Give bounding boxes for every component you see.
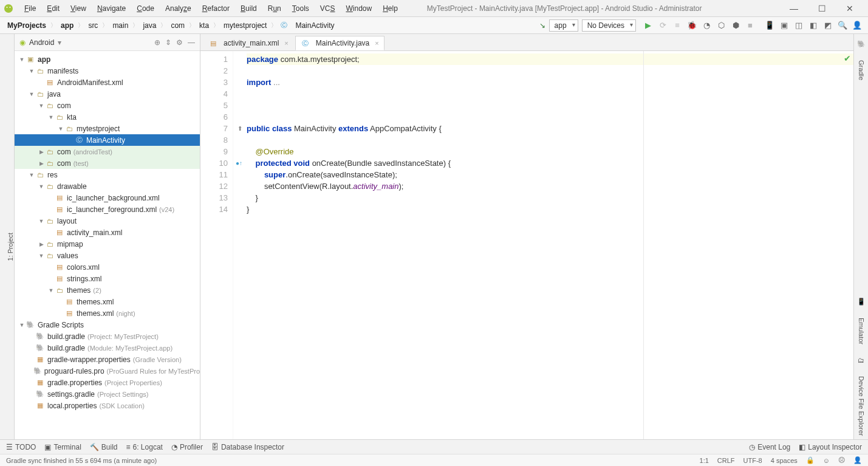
close-icon[interactable]: ×: [284, 39, 288, 47]
tree-themes-folder[interactable]: ▼🗀themes(2): [15, 284, 200, 296]
code-editor[interactable]: ✔ 123 456 789 101112 1314 ⬆ ●↑ package c…: [200, 51, 853, 454]
tree-layout[interactable]: ▼🗀layout: [15, 215, 200, 227]
dropdown-icon[interactable]: ▾: [58, 38, 61, 47]
status-man-icon[interactable]: 👤: [853, 456, 862, 464]
tree-local-props[interactable]: ▦local.properties(SDK Location): [15, 400, 200, 411]
tree-com-androidtest[interactable]: ▶🗀com(androidTest): [15, 146, 200, 157]
crumb[interactable]: main: [110, 20, 131, 31]
crumb[interactable]: java: [140, 20, 159, 31]
inspection-ok-icon[interactable]: ✔: [844, 53, 851, 63]
debug-button[interactable]: 🐞: [686, 19, 698, 32]
close-button[interactable]: ✕: [841, 4, 858, 13]
coverage-button[interactable]: ⬡: [715, 19, 727, 32]
menu-window[interactable]: Window: [341, 2, 377, 15]
bottom-terminal[interactable]: ▣ Terminal: [44, 443, 81, 451]
apply-changes-icon[interactable]: ⟳: [657, 19, 669, 32]
tab-activity-main[interactable]: ▤activity_main.xml×: [203, 36, 294, 50]
menu-view[interactable]: View: [66, 2, 91, 15]
tree-values[interactable]: ▼🗀values: [15, 250, 200, 261]
bottom-logcat[interactable]: ≡ 6: Logcat: [126, 443, 163, 451]
crumb[interactable]: kta: [197, 20, 211, 31]
layout-inspector-icon[interactable]: ◧: [807, 19, 819, 32]
run-config-device[interactable]: No Devices: [582, 19, 636, 32]
tree-gradle-wrapper[interactable]: ▦gradle-wrapper.properties(Gradle Versio…: [15, 354, 200, 365]
target-icon[interactable]: ⊕: [154, 38, 160, 47]
tree-res[interactable]: ▼🗀res: [15, 169, 200, 180]
tree-kta[interactable]: ▼🗀kta: [15, 111, 200, 123]
tree-mipmap[interactable]: ▶🗀mipmap: [15, 238, 200, 250]
status-encoding[interactable]: UTF-8: [743, 457, 762, 464]
status-line-separator[interactable]: CRLF: [717, 457, 735, 464]
attach-debugger-icon[interactable]: ⬢: [730, 19, 742, 32]
collapse-icon[interactable]: ⇕: [165, 38, 171, 47]
bottom-profiler[interactable]: ◔ Profiler: [171, 443, 203, 451]
tree-build-gradle-proj[interactable]: 🐘build.gradle(Project: MyTestProject): [15, 331, 200, 342]
tree-colors[interactable]: ▤colors.xml: [15, 261, 200, 273]
settings-icon[interactable]: ⚙: [176, 38, 183, 47]
menu-code[interactable]: Code: [132, 2, 159, 15]
tree-build-gradle-app[interactable]: 🐘build.gradle(Module: MyTestProject.app): [15, 342, 200, 354]
crumb[interactable]: app: [58, 20, 76, 31]
side-project[interactable]: 1: Project: [7, 230, 14, 263]
search-icon[interactable]: 🔍: [836, 19, 849, 32]
menu-navigate[interactable]: Navigate: [92, 2, 131, 15]
menu-analyze[interactable]: Analyze: [160, 2, 196, 15]
tab-main-activity[interactable]: ⒸMainActivity.java×: [295, 36, 384, 50]
tree-themes-xml[interactable]: ▤themes.xml: [15, 296, 200, 307]
crumb[interactable]: MyProjects: [5, 20, 49, 31]
tree-drawable[interactable]: ▼🗀drawable: [15, 180, 200, 192]
tree-java[interactable]: ▼🗀java: [15, 88, 200, 100]
bottom-todo[interactable]: ☰ TODO: [6, 443, 36, 451]
menu-help[interactable]: Help: [378, 2, 403, 15]
tree-themes-night[interactable]: ▤themes.xml(night): [15, 307, 200, 319]
crumb[interactable]: com: [168, 20, 187, 31]
tree-app[interactable]: ▼▣app: [15, 53, 200, 65]
tree-gradle-props[interactable]: ▦gradle.properties(Project Properties): [15, 377, 200, 388]
status-face-icon[interactable]: ☺: [823, 457, 830, 464]
tree-settings-gradle[interactable]: 🐘settings.gradle(Project Settings): [15, 388, 200, 400]
tree-main-activity[interactable]: ⒸMainActivity: [15, 134, 200, 146]
menu-edit[interactable]: Edit: [42, 2, 64, 15]
crumb[interactable]: MainActivity: [293, 20, 337, 31]
status-lock-icon[interactable]: 🔒: [806, 456, 815, 464]
tree-mytestproject[interactable]: ▼🗀mytestproject: [15, 123, 200, 134]
override-up-icon[interactable]: ⬆: [234, 123, 242, 134]
tree-ic-fg[interactable]: ▤ic_launcher_foreground.xml(v24): [15, 204, 200, 215]
status-face-sad-icon[interactable]: ☹: [838, 456, 845, 464]
tree-ic-bg[interactable]: ▤ic_launcher_background.xml: [15, 192, 200, 204]
bottom-build[interactable]: 🔨 Build: [90, 443, 118, 451]
gradle-icon[interactable]: 🐘: [857, 40, 866, 48]
apply-code-icon[interactable]: ≡: [671, 19, 683, 32]
tree-manifest-file[interactable]: ▤AndroidManifest.xml: [15, 77, 200, 88]
project-view-mode[interactable]: Android: [29, 38, 54, 47]
stop-button[interactable]: ■: [744, 19, 756, 32]
bottom-event-log[interactable]: ◷ Event Log: [749, 443, 790, 451]
maximize-button[interactable]: ☐: [813, 4, 830, 13]
bottom-layout-inspector[interactable]: ◧ Layout Inspector: [799, 443, 862, 451]
menu-tools[interactable]: Tools: [287, 2, 314, 15]
bottom-database[interactable]: 🗄 Database Inspector: [211, 443, 284, 451]
tree-com[interactable]: ▼🗀com: [15, 100, 200, 111]
tree-gradle-scripts[interactable]: ▼🐘Gradle Scripts: [15, 319, 200, 331]
sync-gradle-icon[interactable]: ↘: [539, 21, 545, 30]
tree-activity-main[interactable]: ▤activity_main.xml: [15, 227, 200, 238]
tree-manifests[interactable]: ▼🗀manifests: [15, 65, 200, 77]
override-marker-icon[interactable]: ●↑: [234, 157, 242, 169]
resource-manager-icon[interactable]: ◫: [793, 19, 805, 32]
tree-strings[interactable]: ▤strings.xml: [15, 273, 200, 284]
menu-vcs[interactable]: VCS: [315, 2, 340, 15]
menu-file[interactable]: File: [19, 2, 41, 15]
avd-manager-icon[interactable]: 📱: [764, 19, 776, 32]
menu-refactor[interactable]: Refactor: [197, 2, 234, 15]
run-config-module[interactable]: app: [549, 19, 578, 32]
sdk-manager-icon[interactable]: ▣: [778, 19, 790, 32]
menu-build[interactable]: Build: [236, 2, 262, 15]
tree-proguard[interactable]: 🐘proguard-rules.pro(ProGuard Rules for M…: [15, 365, 200, 377]
status-indent[interactable]: 4 spaces: [771, 457, 798, 464]
side-device-file-explorer[interactable]: Device File Explorer: [858, 374, 865, 438]
tree-com-test[interactable]: ▶🗀com(test): [15, 157, 200, 169]
status-caret-pos[interactable]: 1:1: [700, 457, 709, 464]
user-icon[interactable]: 👤: [851, 19, 863, 32]
hide-icon[interactable]: —: [188, 38, 195, 47]
crumb[interactable]: src: [86, 20, 100, 31]
